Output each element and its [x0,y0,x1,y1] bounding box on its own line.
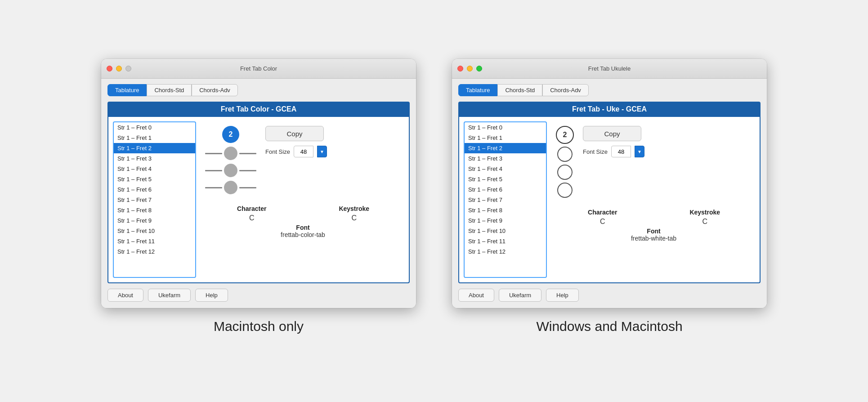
fret-line [205,170,222,171]
list-item[interactable]: Str 1 – Fret 0 [114,122,195,133]
about-button[interactable]: About [458,289,494,302]
info-grid: CharacterKeystrokeCCFontfrettab-color-ta… [205,205,401,238]
keystroke-value: C [308,214,401,222]
tab-chords-std[interactable]: Chords-Std [147,84,192,96]
list-item[interactable]: Str 1 – Fret 1 [465,133,546,143]
font-info-label: Font [205,224,401,231]
window-wrapper-ukulele: Fret Tab UkuleleTablatureChords-StdChord… [452,59,767,334]
tab-tablature[interactable]: Tablature [107,84,147,96]
panel-header: Fret Tab - Uke - GCEA [458,102,761,117]
list-item[interactable]: Str 1 – Fret 8 [114,205,195,215]
top-controls: 2CopyFont Size▼ [556,124,752,198]
window-content: TablatureChords-StdChords-AdvFret Tab - … [452,79,767,308]
font-info-value: frettab-color-tab [205,231,401,238]
traffic-light-maximize-inactive[interactable] [125,66,131,71]
font-info-value: frettab-white-tab [556,235,752,242]
list-item[interactable]: Str 1 – Fret 12 [465,246,546,257]
window-caption: Macintosh only [214,319,304,334]
window-title: Fret Tab Ukulele [588,65,631,72]
title-bar: Fret Tab Color [101,59,416,79]
list-item[interactable]: Str 1 – Fret 2 [465,143,546,153]
list-item[interactable]: Str 1 – Fret 4 [465,164,546,174]
list-item[interactable]: Str 1 – Fret 7 [114,195,195,205]
bottom-buttons: AboutUkefarmHelp [458,289,761,302]
fret-list[interactable]: Str 1 – Fret 0Str 1 – Fret 1Str 1 – Fret… [464,121,547,278]
list-item[interactable]: Str 1 – Fret 0 [465,122,546,133]
list-item[interactable]: Str 1 – Fret 4 [114,164,195,174]
list-item[interactable]: Str 1 – Fret 6 [114,184,195,195]
tab-chords-std[interactable]: Chords-Std [497,84,542,96]
window-color: Fret Tab ColorTablatureChords-StdChords-… [101,59,416,308]
keystroke-value: C [658,218,752,226]
fret-dot-numbered: 2 [556,126,574,144]
font-size-dropdown[interactable]: ▼ [635,146,644,157]
list-item[interactable]: Str 1 – Fret 5 [465,174,546,184]
fret-diagram: 2 [205,126,256,194]
traffic-light-close[interactable] [107,66,112,71]
ukefarm-button[interactable]: Ukefarm [499,289,541,302]
fret-row [205,164,256,177]
fret-line [205,187,222,188]
tab-bar: TablatureChords-StdChords-Adv [107,84,410,96]
list-item[interactable]: Str 1 – Fret 10 [465,226,546,236]
font-size-row: Font Size▼ [583,146,644,157]
character-label: Character [556,209,649,216]
copy-button[interactable]: Copy [583,126,641,141]
window-content: TablatureChords-StdChords-AdvFret Tab Co… [101,79,416,308]
fret-row [205,147,256,160]
list-item[interactable]: Str 1 – Fret 11 [465,236,546,246]
list-item[interactable]: Str 1 – Fret 11 [114,236,195,246]
traffic-light-maximize-active[interactable] [476,66,482,71]
list-item[interactable]: Str 1 – Fret 6 [465,184,546,195]
tab-chords-adv[interactable]: Chords-Adv [542,84,589,96]
tab-chords-adv[interactable]: Chords-Adv [192,84,238,96]
list-item[interactable]: Str 1 – Fret 3 [465,153,546,164]
fret-dot-outline [557,165,573,180]
window-wrapper-color: Fret Tab ColorTablatureChords-StdChords-… [101,59,416,334]
controls-right: CopyFont Size▼ [583,126,644,157]
panel-body: Str 1 – Fret 0Str 1 – Fret 1Str 1 – Fret… [458,117,761,283]
keystroke-label: Keystroke [658,209,752,216]
window-ukulele: Fret Tab UkuleleTablatureChords-StdChord… [452,59,767,308]
about-button[interactable]: About [107,289,143,302]
keystroke-label: Keystroke [308,205,401,212]
fret-dot-gray [224,164,237,177]
fret-dot-outline [557,147,573,162]
list-item[interactable]: Str 1 – Fret 9 [465,215,546,226]
fret-list[interactable]: Str 1 – Fret 0Str 1 – Fret 1Str 1 – Fret… [113,121,196,278]
main-container: Fret Tab ColorTablatureChords-StdChords-… [101,59,767,334]
fret-diagram: 2 [556,126,574,198]
list-item[interactable]: Str 1 – Fret 5 [114,174,195,184]
list-item[interactable]: Str 1 – Fret 8 [465,205,546,215]
fret-dot-outline [557,183,573,198]
list-item[interactable]: Str 1 – Fret 3 [114,153,195,164]
traffic-light-minimize[interactable] [467,66,473,71]
ukefarm-button[interactable]: Ukefarm [148,289,191,302]
character-value: C [205,214,299,222]
list-item[interactable]: Str 1 – Fret 9 [114,215,195,226]
font-size-dropdown[interactable]: ▼ [317,146,327,157]
help-button[interactable]: Help [195,289,228,302]
character-value: C [556,218,649,226]
fret-row [205,181,256,194]
tab-tablature[interactable]: Tablature [458,84,497,96]
character-label: Character [205,205,299,212]
panel-right: 2CopyFont Size▼CharacterKeystrokeCCFontf… [552,121,755,278]
traffic-lights [457,66,482,71]
list-item[interactable]: Str 1 – Fret 10 [114,226,195,236]
list-item[interactable]: Str 1 – Fret 7 [465,195,546,205]
list-item[interactable]: Str 1 – Fret 1 [114,133,195,143]
bottom-buttons: AboutUkefarmHelp [107,289,410,302]
traffic-light-close[interactable] [457,66,463,71]
font-size-input[interactable] [611,146,631,157]
window-caption: Windows and Macintosh [536,319,682,334]
help-button[interactable]: Help [546,289,579,302]
traffic-light-minimize[interactable] [116,66,122,71]
font-size-input[interactable] [294,146,313,157]
list-item[interactable]: Str 1 – Fret 12 [114,246,195,257]
fret-line [239,170,256,171]
font-info-row: Fontfrettab-white-tab [556,228,752,242]
copy-button[interactable]: Copy [265,126,324,141]
list-item[interactable]: Str 1 – Fret 2 [114,143,195,153]
traffic-lights [107,66,131,71]
